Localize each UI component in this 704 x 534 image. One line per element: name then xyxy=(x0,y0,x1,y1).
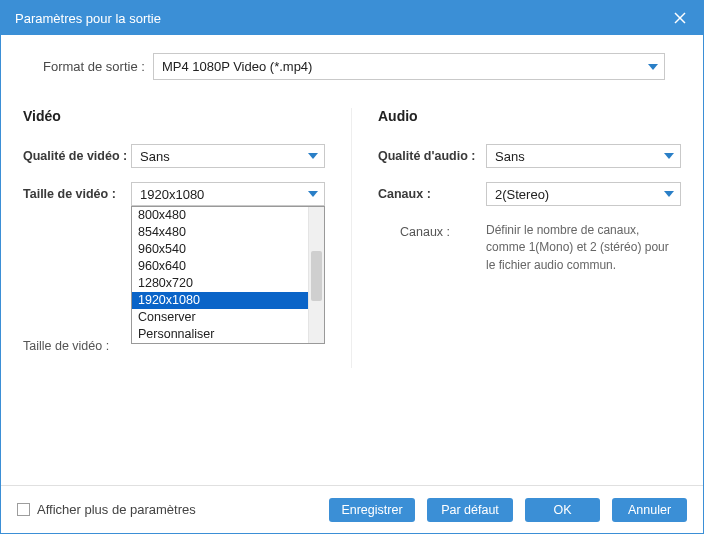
video-size-option[interactable]: 960x540 xyxy=(132,241,324,258)
scrollbar-thumb[interactable] xyxy=(311,251,322,301)
default-button[interactable]: Par défaut xyxy=(427,498,513,522)
video-size-value: 1920x1080 xyxy=(140,187,204,202)
video-size-option[interactable]: 1920x1080 xyxy=(132,292,324,309)
audio-channels-value: 2(Stereo) xyxy=(495,187,549,202)
audio-quality-select[interactable]: Sans xyxy=(486,144,681,168)
output-format-select[interactable]: MP4 1080P Video (*.mp4) xyxy=(153,53,665,80)
video-header: Vidéo xyxy=(23,108,325,124)
audio-header: Audio xyxy=(378,108,681,124)
footer: Afficher plus de paramètres Enregistrer … xyxy=(1,485,703,533)
output-format-value: MP4 1080P Video (*.mp4) xyxy=(162,59,313,74)
window-title: Paramètres pour la sortie xyxy=(15,11,161,26)
titlebar: Paramètres pour la sortie xyxy=(1,1,703,35)
more-params-checkbox[interactable]: Afficher plus de paramètres xyxy=(17,502,317,517)
chevron-down-icon xyxy=(664,153,674,159)
audio-channels-select[interactable]: 2(Stereo) xyxy=(486,182,681,206)
scrollbar[interactable] xyxy=(308,207,324,343)
ok-button[interactable]: OK xyxy=(525,498,600,522)
video-size-option[interactable]: Personnaliser xyxy=(132,326,324,343)
video-size-dropdown[interactable]: 800x480854x480960x540960x6401280x7201920… xyxy=(131,206,325,344)
cancel-button[interactable]: Annuler xyxy=(612,498,687,522)
chevron-down-icon xyxy=(308,191,318,197)
video-size-select[interactable]: 1920x1080 xyxy=(131,182,325,206)
checkbox-icon xyxy=(17,503,30,516)
audio-channels-desc: Définir le nombre de canaux, comme 1(Mon… xyxy=(486,220,681,274)
video-size-option[interactable]: Conserver xyxy=(132,309,324,326)
save-button[interactable]: Enregistrer xyxy=(329,498,415,522)
video-quality-label: Qualité de vidéo : xyxy=(23,144,131,164)
more-params-label: Afficher plus de paramètres xyxy=(37,502,196,517)
audio-panel: Audio Qualité d'audio : Sans Canaux : 2(… xyxy=(352,108,681,368)
video-size-desc-label: Taille de vidéo : xyxy=(23,334,131,354)
output-format-label: Format de sortie : xyxy=(43,59,145,74)
video-size-option[interactable]: 800x480 xyxy=(132,207,324,224)
video-quality-select[interactable]: Sans xyxy=(131,144,325,168)
video-quality-value: Sans xyxy=(140,149,170,164)
video-size-option[interactable]: 1280x720 xyxy=(132,275,324,292)
chevron-down-icon xyxy=(648,64,658,70)
video-panel: Vidéo Qualité de vidéo : Sans Taille de … xyxy=(23,108,352,368)
chevron-down-icon xyxy=(664,191,674,197)
close-icon[interactable] xyxy=(671,9,689,27)
chevron-down-icon xyxy=(308,153,318,159)
audio-quality-value: Sans xyxy=(495,149,525,164)
video-size-option[interactable]: 854x480 xyxy=(132,224,324,241)
audio-channels-label: Canaux : xyxy=(378,182,486,202)
audio-quality-label: Qualité d'audio : xyxy=(378,144,486,164)
video-size-option[interactable]: 960x640 xyxy=(132,258,324,275)
output-format-row: Format de sortie : MP4 1080P Video (*.mp… xyxy=(23,53,681,80)
video-size-label: Taille de vidéo : xyxy=(23,182,131,202)
audio-channels-desc-label: Canaux : xyxy=(378,220,486,240)
